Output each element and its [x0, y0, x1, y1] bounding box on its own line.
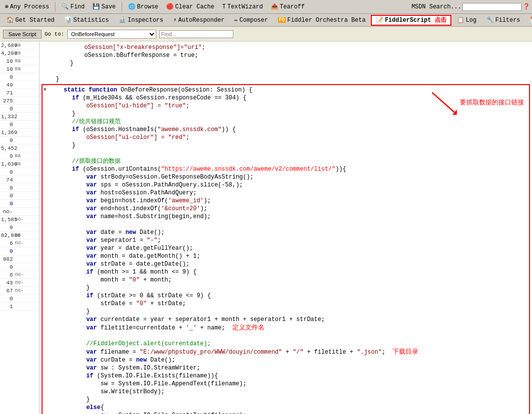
tab-statistics[interactable]: 📊 Statistics [60, 15, 113, 26]
code-line: month = "0" + month; [44, 276, 528, 284]
tearoff-icon: 📤 [271, 3, 278, 10]
code-line: if (month >= 1 && month <= 9) { [44, 268, 528, 276]
tab-get-started[interactable]: 🏠 Get Started [2, 15, 59, 26]
code-line [44, 149, 528, 157]
save-button[interactable]: 💾 Save [89, 2, 119, 11]
list-item: 1,369 [0, 129, 39, 137]
code-line: if (strDate >= 0 && strDate <= 9) { [44, 292, 528, 300]
list-item: 0 [0, 73, 39, 81]
save-label: Save [101, 3, 116, 10]
tab-composer[interactable]: ✏ Composer [230, 15, 272, 26]
list-item: 0 [0, 192, 39, 200]
code-line: //抓取接口的数据 [44, 157, 528, 165]
msdn-label: MSDN Search... [411, 3, 461, 10]
code-line: sw.Write(strBody); [44, 388, 528, 396]
find-input[interactable] [159, 30, 233, 38]
tab-log[interactable]: 📋 Log [452, 15, 481, 26]
code-line [44, 221, 528, 229]
goto-label: Go to: [44, 31, 64, 37]
target-icon: ⊕ [5, 3, 8, 10]
goto-select[interactable]: OnBeforeRequest OnBeforeResponse OnFiddl… [67, 30, 156, 39]
code-line: var name=host.Substring(begin,end); [44, 213, 528, 221]
code-line: var filename = "E:/www/phpstudy_pro/WWW/… [44, 348, 528, 356]
list-item: 10ma [0, 57, 39, 65]
list-item: 43no- [0, 279, 39, 287]
cache-icon: 🔴 [166, 3, 174, 10]
list-item: 4,288ma [0, 49, 39, 57]
list-item: 0 [0, 121, 39, 129]
code-line: oSession.bBufferResponse = true; [42, 51, 530, 59]
list-item: 0 [0, 137, 39, 144]
find-button[interactable]: 🔍 Find [58, 2, 88, 11]
script-toolbar: Save Script Go to: OnBeforeRequest OnBef… [0, 27, 532, 42]
clear-cache-button[interactable]: 🔴 Clear Cache [163, 2, 217, 11]
code-line: //FiddlerObject.alert(currentdate); [44, 340, 528, 348]
textwizard-button[interactable]: T TextWizard [220, 2, 266, 11]
list-item: 0 [0, 295, 39, 303]
globe-icon: 🌐 [128, 3, 135, 10]
code-line: } [44, 396, 528, 404]
textwizard-label: TextWizard [227, 3, 263, 10]
list-item: 74 [0, 176, 39, 184]
list-item: 0 [0, 247, 39, 255]
any-process-button[interactable]: ⊕ Any Process [2, 2, 52, 11]
code-line: strDate = "0" + strDate; [44, 300, 528, 308]
code-line: var filetitle=currentdate + '_' + name; … [44, 323, 528, 332]
code-line: var sps = oSession.PathAndQuery.slice(-5… [44, 181, 528, 189]
code-line: var seperator1 = "-"; [44, 236, 528, 244]
list-item: 0 [0, 168, 39, 176]
tab-inspectors[interactable]: 🔬 Inspectors [114, 15, 168, 26]
code-line: //统共链接口规范 [44, 118, 528, 126]
home-icon: 🏠 [6, 16, 14, 24]
save-script-button[interactable]: Save Script [3, 30, 42, 39]
interface-annotation: 要抓取数据的接口链接 [460, 98, 524, 106]
code-line: var month = date.getMonth() + 1; [44, 252, 528, 260]
list-item: 1,630ma [0, 160, 39, 168]
find-label: Find [70, 3, 85, 10]
msdn-help-icon[interactable]: ❓ [523, 3, 530, 10]
save-icon: 💾 [92, 3, 100, 10]
code-editor-area[interactable]: oSession["x-breakresponse"]="uri"; oSess… [40, 42, 532, 414]
textwizard-icon: T [222, 3, 226, 10]
code-line: if (System.IO.File.Exists(filename)){ [44, 372, 528, 380]
list-item: 0 [0, 184, 39, 192]
highlighted-code-section: 要抓取数据的接口链接 ▼ static function OnBeforeRes… [42, 84, 530, 414]
code-line: var strBody=oSession.GetResponseBodyAsSt… [44, 173, 528, 181]
code-line: var year = date.getFullYear(); [44, 244, 528, 252]
script-icon: 📝 [376, 16, 383, 24]
list-item: 882 [0, 255, 39, 263]
code-line: } [42, 75, 530, 83]
click-annotation: 点击 [435, 16, 446, 24]
code-line: oSession["ui-color"] = "red"; [44, 134, 528, 141]
list-item: 0 [0, 224, 39, 231]
code-line: var begin=host.indexOf('aweme_id'); [44, 197, 528, 205]
clear-cache-label: Clear Cache [175, 3, 214, 10]
list-item: 71 [0, 89, 39, 97]
annotation-area: 要抓取数据的接口链接 [427, 90, 524, 115]
code-editor[interactable]: oSession["x-breakresponse"]="uri"; oSess… [40, 42, 532, 414]
browse-button[interactable]: 🌐 Browse [125, 2, 161, 11]
tab-autoresponder[interactable]: ⚡ AutoResponder [169, 15, 229, 26]
inspect-icon: 🔬 [119, 16, 126, 24]
timeline-icon: 📅 [530, 16, 532, 24]
list-item: 49 [0, 81, 39, 89]
list-item: 1,332 [0, 113, 39, 121]
code-line: oSession["x-breakresponse"]="uri"; [42, 44, 530, 51]
red-arrow-icon [427, 90, 457, 115]
code-line: var date = new Date(); [44, 229, 528, 236]
code-line: var currentdate = year + seperator1 + mo… [44, 316, 528, 323]
tab-filters[interactable]: 🔧 Filters [482, 15, 525, 26]
tab-timeline[interactable]: 📅 Timeline [526, 15, 532, 26]
tearoff-button[interactable]: 📤 Tearoff [268, 2, 308, 11]
tab-fiddlerscript[interactable]: 📝 FiddlerScript 点击 [371, 15, 451, 26]
tab-fo[interactable]: FO Fiddler Orchestra Beta [273, 15, 370, 26]
code-line: sw = System.IO.File.CreateText(filename)… [44, 412, 528, 414]
list-item: 0 [0, 105, 39, 113]
code-line: } [44, 308, 528, 316]
stats-icon: 📊 [64, 16, 72, 24]
toolbar-separator2 [122, 2, 122, 12]
tearoff-label: Tearoff [280, 3, 305, 10]
msdn-search-input[interactable] [462, 3, 522, 11]
toolbar-separator [55, 2, 55, 12]
main-content: 2,689ma 4,288ma 10ma 10ma 0 49 71 275 0 … [0, 42, 532, 414]
